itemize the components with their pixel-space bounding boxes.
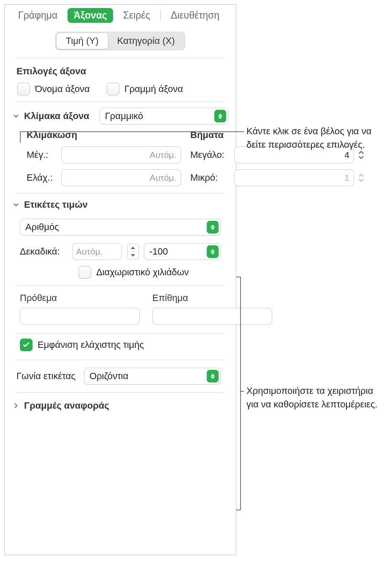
chevron-down-icon[interactable] [12,112,20,120]
popup-arrows-icon [214,110,226,122]
checkbox-box [20,339,32,351]
axis-options-checkboxes: Όνομα άξονα Γραμμή άξονα [16,83,224,95]
decimals-input[interactable] [72,243,122,260]
value-labels-title: Ετικέτες τιμών [24,199,88,210]
popup-value: Αριθμός [25,222,207,233]
tab-arrange[interactable]: Διευθέτηση [165,8,225,23]
thousands-sep-wrap: Διαχωριστικό χιλιάδων [5,263,236,285]
popup-arrows-icon [207,370,219,382]
tab-separator [160,10,161,21]
axis-options-section: Επιλογές άξονα Όνομα άξονα Γραμμή άξονα [5,58,236,101]
popup-value: Οριζόντια [89,371,207,382]
decimals-label: Δεκαδικά: [20,246,67,257]
prefix-label: Πρόθεμα [20,293,140,304]
callout-arrow-options: Κάντε κλικ σε ένα βέλος για να δείτε περ… [246,125,384,152]
segment-category-x[interactable]: Κατηγορία (X) [108,33,184,49]
axis-scale-header: Κλίμακα άξονα Γραμμικό [5,102,236,130]
prefix-input[interactable] [20,308,140,325]
checkbox-label: Διαχωριστικό χιλιάδων [96,267,189,278]
checkbox-thousands-separator[interactable]: Διαχωριστικό χιλιάδων [78,266,221,279]
checkbox-label: Όνομα άξονα [35,84,90,95]
suffix-col: Επίθημα [152,293,272,325]
max-label: Μέγ.: [27,149,57,160]
axis-segmented-wrap: Τιμή (Y) Κατηγορία (X) [5,26,236,58]
value-labels-header: Ετικέτες τιμών [5,193,236,215]
checkbox-box [107,83,119,95]
popup-arrows-icon [207,245,219,258]
min-field-row: Ελάχ.: [27,169,181,186]
reference-lines-title: Γραμμές αναφοράς [24,400,109,411]
callout-controls-details: Χρησιμοποιήστε τα χειριστήρια για να καθ… [246,384,384,411]
checkbox-axis-name[interactable]: Όνομα άξονα [17,83,90,95]
label-angle-row: Γωνία ετικέτας Οριζόντια [5,360,236,392]
inspector-panel: Γράφημα Άξονας Σειρές Διευθέτηση Τιμή (Y… [4,4,236,555]
axis-scale-grid: Κλιμάκωση Βήματα Μέγ.: Μεγάλο: Ελάχ.: Μι… [5,130,236,193]
checkbox-box [17,83,30,95]
prefix-suffix-row: Πρόθεμα Επίθημα [5,286,236,333]
popup-value: Γραμμικό [105,111,214,122]
chevron-right-icon[interactable] [12,402,20,410]
segment-value-y[interactable]: Τιμή (Y) [57,33,108,49]
max-field-row: Μέγ.: [27,146,181,163]
label-angle-label: Γωνία ετικέτας [16,371,76,382]
decimals-row: Δεκαδικά: -100 [5,240,236,263]
reference-lines-header: Γραμμές αναφοράς [5,393,236,417]
checkbox-show-min-value[interactable]: Εμφάνιση ελάχιστης τιμής [20,339,221,351]
minor-field-row: Μικρό: [190,169,369,186]
popup-arrows-icon [207,221,219,233]
checkbox-label: Γραμμή άξονα [124,84,183,95]
checkbox-axis-line[interactable]: Γραμμή άξονα [107,83,183,95]
prefix-col: Πρόθεμα [20,293,140,325]
minor-stepper [358,169,369,186]
minor-label: Μικρό: [190,172,230,183]
max-input[interactable] [61,146,181,163]
axis-options-title: Επιλογές άξονα [16,66,224,77]
tab-chart[interactable]: Γράφημα [12,8,63,23]
popup-value: -100 [149,246,207,257]
axis-scale-title: Κλίμακα άξονα [24,111,89,122]
value-format-wrap: Αριθμός [5,215,236,240]
checkbox-box [78,266,91,279]
suffix-input[interactable] [152,308,272,325]
major-label: Μεγάλο: [190,149,230,160]
checkbox-label: Εμφάνιση ελάχιστης τιμής [38,339,144,350]
negative-format-popup[interactable]: -100 [144,243,221,260]
label-angle-popup[interactable]: Οριζόντια [84,368,221,385]
axis-segmented: Τιμή (Y) Κατηγορία (X) [55,32,186,50]
axis-scale-type-popup[interactable]: Γραμμικό [100,108,228,125]
decimals-stepper[interactable] [127,244,139,260]
min-label: Ελάχ.: [27,172,57,183]
top-tabs: Γράφημα Άξονας Σειρές Διευθέτηση [5,5,236,26]
min-input[interactable] [61,169,181,186]
tab-series[interactable]: Σειρές [117,8,156,23]
tab-axis[interactable]: Άξονας [68,8,113,23]
show-min-wrap: Εμφάνιση ελάχιστης τιμής [5,334,236,360]
minor-input[interactable] [234,169,354,186]
scaling-header: Κλιμάκωση [27,130,181,141]
suffix-label: Επίθημα [152,293,272,304]
value-format-popup[interactable]: Αριθμός [20,219,221,236]
chevron-down-icon[interactable] [12,201,20,209]
